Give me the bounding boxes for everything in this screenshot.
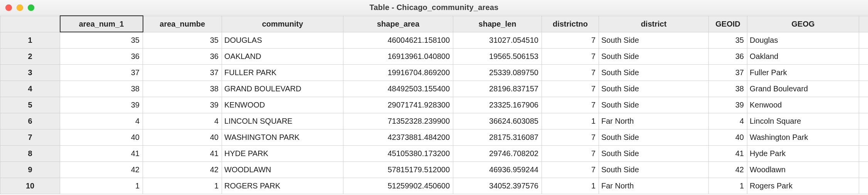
cell[interactable]: KENWOOD [222,97,343,113]
table-row[interactable]: 53939KENWOOD29071741.92830023325.1679067… [0,97,868,113]
cell[interactable]: 71352328.239900 [343,113,453,129]
cell[interactable]: 37 [60,64,143,81]
cell[interactable]: 44574 [859,113,868,129]
column-header[interactable]: community [222,16,343,32]
row-header[interactable]: 8 [0,145,60,161]
cell[interactable]: 19916704.869200 [343,64,453,81]
cell[interactable]: DOUGLAS [222,32,343,48]
cell[interactable]: 42373881.484200 [343,129,453,145]
cell[interactable]: OAKLAND [222,48,343,64]
column-header[interactable]: district [599,16,709,32]
cell[interactable]: 7 [542,32,599,48]
cell[interactable]: 38 [60,81,143,97]
cell[interactable]: 1 [143,178,222,194]
column-header[interactable]: shape_area [343,16,453,32]
cell[interactable]: 39 [709,97,747,113]
cell[interactable]: 36 [143,48,222,64]
cell[interactable]: 48492503.155400 [343,81,453,97]
cell[interactable]: 7 [542,161,599,178]
cell[interactable]: 39 [143,97,222,113]
cell[interactable]: 35 [143,32,222,48]
cell[interactable]: 38 [709,81,747,97]
table-row[interactable]: 13535DOUGLAS46004621.15810031027.0545107… [0,32,868,48]
cell[interactable]: Far North [599,113,709,129]
cell[interactable]: Far North [599,178,709,194]
table-row[interactable]: 1011ROGERS PARK51259902.45060034052.3975… [0,178,868,194]
cell[interactable]: 4 [709,113,747,129]
cell[interactable]: Hyde Park [747,145,859,161]
cell[interactable]: Washington Park [747,129,859,145]
cell[interactable]: HYDE PARK [222,145,343,161]
cell[interactable]: 1 [709,178,747,194]
corner-cell[interactable] [0,16,60,32]
cell[interactable]: WASHINGTON PARK [222,129,343,145]
cell[interactable]: 40 [709,129,747,145]
close-icon[interactable] [5,4,12,11]
column-header[interactable]: districtno [542,16,599,32]
column-header[interactable]: shape_len [453,16,542,32]
cell[interactable]: 42 [709,161,747,178]
cell[interactable]: South Side [599,32,709,48]
cell[interactable]: LINCOLN SQUARE [222,113,343,129]
column-header[interactable]: GEOG [747,16,859,32]
cell[interactable]: 19565.506153 [453,48,542,64]
cell[interactable]: 46004621.158100 [343,32,453,48]
cell[interactable]: 42 [143,161,222,178]
titlebar[interactable]: Table - Chicago_community_areas [0,0,868,15]
cell[interactable]: 40 [60,129,143,145]
cell[interactable]: 1 [542,178,599,194]
cell[interactable]: Oakland [747,48,859,64]
column-header[interactable]: 2000_POP [859,16,868,32]
cell[interactable]: 36624.603085 [453,113,542,129]
cell[interactable]: Grand Boulevard [747,81,859,97]
row-header[interactable]: 4 [0,81,60,97]
zoom-icon[interactable] [28,4,34,11]
cell[interactable]: GRAND BOULEVARD [222,81,343,97]
cell[interactable]: 7 [542,64,599,81]
cell[interactable]: South Side [599,145,709,161]
cell[interactable]: 39 [60,97,143,113]
cell[interactable]: 40 [143,129,222,145]
row-header[interactable]: 10 [0,178,60,194]
cell[interactable]: 29746.708202 [453,145,542,161]
cell[interactable]: 42 [60,161,143,178]
cell[interactable]: 29071741.928300 [343,97,453,113]
cell[interactable]: 18363 [859,97,868,113]
row-header[interactable]: 3 [0,64,60,81]
column-header[interactable]: area_numbe [143,16,222,32]
cell[interactable]: South Side [599,48,709,64]
row-header[interactable]: 9 [0,161,60,178]
cell[interactable]: 41 [143,145,222,161]
cell[interactable]: 34052.397576 [453,178,542,194]
cell[interactable]: 28006 [859,81,868,97]
cell[interactable]: 1 [60,178,143,194]
cell[interactable]: 7 [542,48,599,64]
cell[interactable]: 31027.054510 [453,32,542,48]
cell[interactable]: 36 [709,48,747,64]
row-header[interactable]: 2 [0,48,60,64]
cell[interactable]: Lincoln Square [747,113,859,129]
cell[interactable]: 41 [709,145,747,161]
row-header[interactable]: 5 [0,97,60,113]
cell[interactable]: 3420 [859,64,868,81]
table-row[interactable]: 23636OAKLAND16913961.04080019565.5061537… [0,48,868,64]
cell[interactable]: 38 [143,81,222,97]
table-row[interactable]: 84141HYDE PARK45105380.17320029746.70820… [0,145,868,161]
cell[interactable]: 29920 [859,145,868,161]
table-row[interactable]: 43838GRAND BOULEVARD48492503.15540028196… [0,81,868,97]
table-row[interactable]: 644LINCOLN SQUARE71352328.23990036624.60… [0,113,868,129]
cell[interactable]: 28196.837157 [453,81,542,97]
cell[interactable]: South Side [599,129,709,145]
table-row[interactable]: 74040WASHINGTON PARK42373881.48420028175… [0,129,868,145]
cell[interactable]: 36 [60,48,143,64]
cell[interactable]: Rogers Park [747,178,859,194]
cell[interactable]: 1 [542,113,599,129]
cell[interactable]: 4 [60,113,143,129]
cell[interactable]: South Side [599,81,709,97]
cell[interactable]: 46936.959244 [453,161,542,178]
cell[interactable]: 16913961.040800 [343,48,453,64]
minimize-icon[interactable] [17,4,23,11]
cell[interactable]: 37 [143,64,222,81]
cell[interactable]: Douglas [747,32,859,48]
cell[interactable]: 4 [143,113,222,129]
